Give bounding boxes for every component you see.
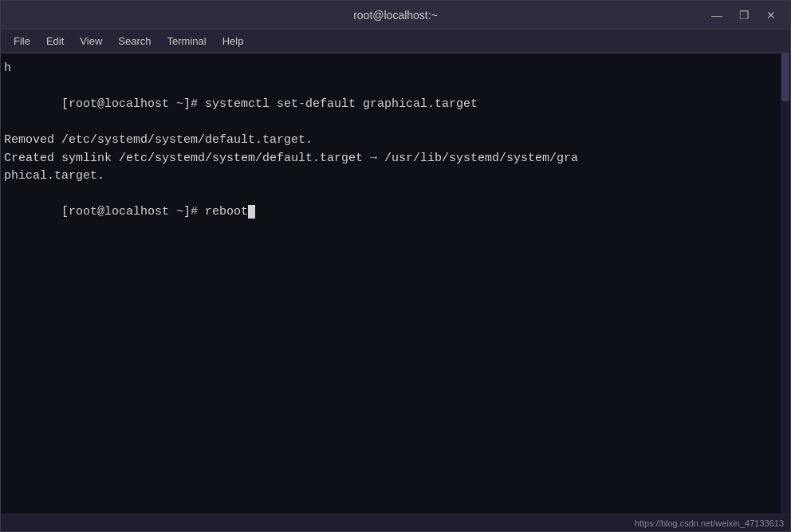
- terminal-line-2: Removed /etc/systemd/system/default.targ…: [4, 132, 787, 150]
- cursor: [248, 205, 255, 219]
- scrollbar-thumb[interactable]: [781, 53, 789, 101]
- menu-search[interactable]: Search: [110, 32, 159, 50]
- terminal-line-5: [root@localhost ~]# reboot: [4, 186, 787, 240]
- terminal-line-4: phical.target.: [4, 167, 787, 186]
- title-bar: root@localhost:~ — ❐ ✕: [1, 1, 790, 30]
- menu-edit[interactable]: Edit: [38, 32, 72, 50]
- command-2: reboot: [205, 205, 248, 219]
- menu-bar: File Edit View Search Terminal Help: [1, 30, 790, 53]
- command-1: systemctl set-default graphical.target: [205, 97, 478, 111]
- terminal-content[interactable]: h [root@localhost ~]# systemctl set-defa…: [1, 53, 790, 514]
- status-url: https://blog.csdn.net/weixin_47133613: [635, 518, 784, 528]
- menu-view[interactable]: View: [72, 32, 110, 50]
- menu-terminal[interactable]: Terminal: [159, 32, 214, 50]
- terminal-line-3: Created symlink /etc/systemd/system/defa…: [4, 150, 787, 168]
- menu-file[interactable]: File: [6, 32, 38, 50]
- menu-help[interactable]: Help: [214, 32, 252, 50]
- terminal-window: root@localhost:~ — ❐ ✕ File Edit View Se…: [0, 0, 791, 532]
- close-button[interactable]: ✕: [760, 4, 782, 26]
- terminal-body[interactable]: h [root@localhost ~]# systemctl set-defa…: [1, 53, 790, 514]
- window-title: root@localhost:~: [353, 9, 438, 22]
- terminal-line-partial-left: h: [4, 60, 787, 78]
- status-bar: https://blog.csdn.net/weixin_47133613: [1, 514, 790, 531]
- prompt-2: [root@localhost ~]#: [61, 205, 205, 219]
- maximize-button[interactable]: ❐: [733, 4, 755, 26]
- scrollbar-area[interactable]: [781, 53, 790, 514]
- window-controls: — ❐ ✕: [706, 4, 782, 26]
- prompt-1: [root@localhost ~]#: [61, 97, 205, 111]
- minimize-button[interactable]: —: [706, 4, 728, 26]
- terminal-line-1: [root@localhost ~]# systemctl set-defaul…: [4, 78, 787, 132]
